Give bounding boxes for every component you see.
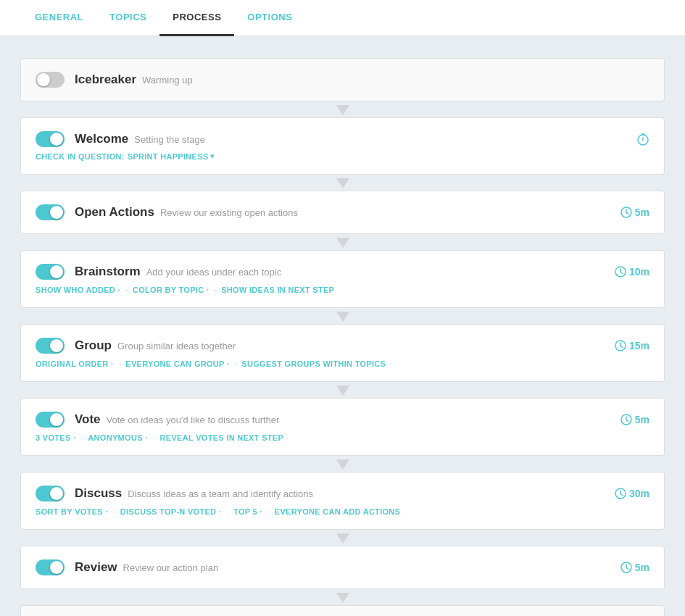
option-separator: · [268,507,270,516]
section-options-discuss: SORT BY VOTES·DISCUSS TOP-N VOTED·TOP 5·… [36,507,649,516]
section-title-open-actions: Open Actions [75,205,154,220]
option-3-votes[interactable]: 3 VOTES [36,433,75,442]
option-anonymous[interactable]: ANONYMOUS [88,433,147,442]
option-separator: · [81,433,83,442]
arrow-connector [20,176,665,191]
section-options-vote: 3 VOTES·ANONYMOUS·REVEAL VOTES IN NEXT S… [36,433,649,442]
arrow-down-icon [336,459,349,470]
section-row-review: ReviewReview our action plan 5m [36,559,649,575]
option-discuss-top-n-voted[interactable]: DISCUSS TOP-N VOTED [120,507,221,516]
section-time-discuss[interactable]: 30m [615,488,649,499]
section-timer-welcome[interactable] [636,133,649,146]
time-value-review: 5m [635,562,649,573]
toggle-thumb-vote [50,413,63,426]
arrow-down-icon [336,178,349,188]
section-options-group: ORIGINAL ORDER·EVERYONE CAN GROUP·SUGGES… [36,359,649,368]
section-subtitle-icebreaker: Warming up [142,75,193,86]
section-subtitle-group: Group similar ideas together [117,341,236,351]
section-time-review[interactable]: 5m [620,562,649,573]
option-show-who-added[interactable]: SHOW WHO ADDED [36,286,120,294]
option-show-ideas-next-step[interactable]: SHOW IDEAS IN NEXT STEP [221,286,334,294]
svg-line-12 [620,346,623,348]
section-card-close: CloseShare the outcomesCHECK OUT QUESTIO… [20,605,665,616]
section-subtitle-vote: Vote on ideas you'd like to discuss furt… [107,415,280,425]
option-separator: · [235,359,237,368]
clock-icon [615,488,626,499]
option-sort-by-votes[interactable]: SORT BY VOTES [36,507,108,516]
toggle-welcome[interactable] [36,131,65,147]
section-title-brainstorm: Brainstorm [75,265,141,279]
checkin-label-welcome: CHECK IN QUESTION: [36,152,125,161]
toggle-thumb-open-actions [50,206,63,219]
clock-icon [620,414,632,425]
clock-icon [620,562,632,573]
section-time-brainstorm[interactable]: 10m [615,266,649,278]
toggle-icebreaker[interactable] [36,72,65,88]
checkin-welcome[interactable]: CHECK IN QUESTION: SPRINT HAPPINESS ▾ [36,151,649,161]
checkin-arrow-welcome: ▾ [210,151,215,161]
arrow-down-icon [336,533,349,544]
toggle-open-actions[interactable] [36,204,65,220]
clock-icon [620,207,632,218]
section-card-icebreaker: IcebreakerWarming up [20,58,665,101]
section-row-welcome: WelcomeSetting the stage [36,131,649,147]
section-card-discuss: DiscussDiscuss ideas as a team and ident… [20,472,665,530]
section-card-brainstorm: BrainstormAdd your ideas under each topi… [20,250,665,308]
tab-process[interactable]: PROCESS [159,0,234,36]
section-subtitle-open-actions: Review our existing open actions [160,207,298,218]
arrow-connector [20,383,665,398]
section-subtitle-brainstorm: Add your ideas under each topic [146,267,281,278]
arrow-connector [20,309,665,324]
option-suggest-groups-within-topics[interactable]: SUGGEST GROUPS WITHIN TOPICS [241,359,386,368]
time-value-group: 15m [629,340,649,351]
section-card-review: ReviewReview our action plan 5m [20,546,665,589]
section-time-group[interactable]: 15m [615,340,649,351]
option-color-by-topic[interactable]: COLOR BY TOPIC [133,286,209,294]
clock-icon [615,340,626,351]
section-title-group: Group [75,338,112,353]
tab-general[interactable]: GENERAL [22,0,96,36]
section-subtitle-review: Review our action plan [123,562,219,573]
clock-icon [615,266,626,278]
time-value-brainstorm: 10m [629,266,649,278]
option-everyone-can-add-actions[interactable]: EVERYONE CAN ADD ACTIONS [275,507,400,516]
toggle-thumb-icebreaker [37,73,50,86]
option-separator: · [227,507,229,516]
toggle-thumb-group [50,339,63,352]
arrow-connector [20,457,665,472]
toggle-thumb-review [50,561,63,574]
tab-topics[interactable]: TOPICS [96,0,159,36]
section-subtitle-discuss: Discuss ideas as a team and identify act… [128,488,313,499]
option-top-5[interactable]: TOP 5 [233,507,262,516]
section-time-vote[interactable]: 5m [620,414,649,425]
section-time-open-actions[interactable]: 5m [620,207,649,218]
arrow-connector [20,236,665,250]
section-row-brainstorm: BrainstormAdd your ideas under each topi… [36,264,649,280]
section-row-vote: VoteVote on ideas you'd like to discuss … [36,412,649,428]
option-original-order[interactable]: ORIGINAL ORDER [36,359,113,368]
option-reveal-votes-in-next-step[interactable]: REVEAL VOTES IN NEXT STEP [160,433,284,442]
option-separator: · [114,507,116,516]
svg-line-9 [620,272,623,274]
nav-tabs: GENERALTOPICSPROCESSOPTIONS [0,0,685,36]
toggle-brainstorm[interactable] [36,264,65,280]
option-separator: · [215,286,217,294]
section-row-open-actions: Open ActionsReview our existing open act… [36,204,649,220]
section-title-welcome: Welcome [75,132,128,146]
svg-line-6 [626,213,628,215]
time-value-discuss: 30m [629,488,649,499]
section-title-discuss: Discuss [75,486,122,501]
toggle-discuss[interactable] [36,486,65,501]
tab-options[interactable]: OPTIONS [234,0,305,36]
section-row-icebreaker: IcebreakerWarming up [36,72,649,88]
option-everyone-can-group[interactable]: EVERYONE CAN GROUP [125,359,229,368]
toggle-review[interactable] [36,559,65,575]
arrow-connector [20,531,665,546]
section-title-review: Review [75,560,117,575]
toggle-vote[interactable] [36,412,65,428]
arrow-connector [20,591,665,605]
time-value-vote: 5m [635,414,649,425]
time-value-open-actions: 5m [635,207,649,218]
toggle-group[interactable] [36,338,65,354]
toggle-thumb-discuss [50,487,63,500]
